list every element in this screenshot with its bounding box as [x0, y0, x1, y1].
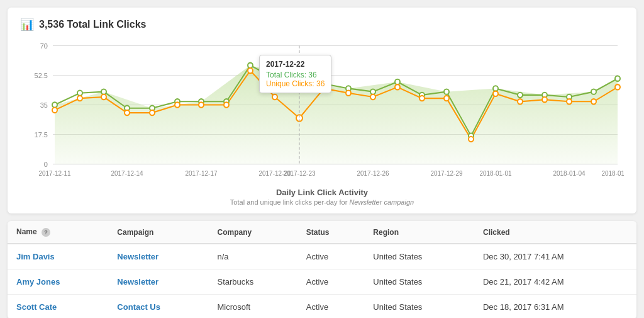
svg-point-33 — [591, 89, 596, 94]
svg-text:2018-01-04: 2018-01-04 — [553, 170, 585, 177]
svg-point-56 — [567, 99, 572, 104]
cell-campaign: Newsletter — [108, 270, 208, 295]
col-header-region: Region — [364, 221, 474, 244]
svg-point-27 — [444, 89, 449, 94]
col-header-campaign: Campaign — [108, 221, 208, 244]
name-link[interactable]: Jim Davis — [16, 252, 55, 261]
svg-text:2018-01-01: 2018-01-01 — [479, 170, 511, 177]
svg-point-12 — [77, 91, 82, 96]
chart-title: 3,536 Total Link Clicks — [39, 19, 146, 30]
svg-point-55 — [542, 97, 547, 102]
chart-labels-bottom: Daily Link Click Activity Total and uniq… — [20, 188, 624, 206]
col-header-name: Name ? — [8, 221, 108, 244]
svg-point-24 — [370, 89, 375, 94]
data-table: Name ? Campaign Company Status Region Cl… — [8, 221, 636, 318]
svg-point-40 — [175, 102, 180, 107]
svg-text:70: 70 — [40, 42, 48, 49]
table-row: Amy JonesNewsletterStarbucksActiveUnited… — [8, 270, 636, 295]
svg-text:2018-01-07: 2018-01-07 — [601, 170, 624, 177]
name-link[interactable]: Amy Jones — [16, 277, 60, 287]
svg-text:17.5: 17.5 — [35, 131, 48, 139]
svg-point-25 — [395, 79, 400, 84]
col-header-company: Company — [208, 221, 297, 244]
name-sort-icon[interactable]: ? — [42, 228, 50, 237]
svg-point-36 — [77, 96, 82, 101]
svg-point-57 — [591, 99, 596, 104]
cell-name: Jim Davis — [8, 244, 108, 270]
chart-title-row: 📊 3,536 Total Link Clicks — [20, 18, 624, 31]
svg-point-42 — [224, 102, 229, 107]
svg-point-46 — [321, 86, 326, 91]
svg-point-29 — [493, 86, 498, 91]
svg-point-53 — [493, 91, 498, 96]
svg-text:2017-12-14: 2017-12-14 — [111, 170, 143, 177]
cell-company: n/a — [208, 244, 297, 270]
svg-point-13 — [101, 89, 106, 94]
svg-point-39 — [150, 110, 155, 115]
cell-name: Scott Cate — [8, 295, 108, 319]
svg-marker-10 — [55, 65, 618, 164]
chart-card: 📊 3,536 Total Link Clicks 70 52.5 35 17.… — [8, 8, 636, 213]
svg-point-19 — [248, 63, 253, 68]
svg-text:0: 0 — [44, 161, 48, 168]
svg-point-51 — [444, 96, 449, 101]
svg-point-38 — [125, 110, 130, 115]
svg-point-49 — [395, 84, 400, 89]
cell-company: Starbucks — [208, 270, 297, 295]
chart-sub-label: Total and unique link clicks per-day for… — [20, 198, 624, 206]
cell-region: United States — [364, 295, 474, 319]
svg-text:52.5: 52.5 — [35, 71, 48, 79]
svg-point-54 — [518, 99, 523, 104]
campaign-link[interactable]: Newsletter — [117, 252, 158, 261]
cell-clicked: Dec 30, 2017 7:41 AM — [474, 244, 636, 270]
cell-region: United States — [364, 270, 474, 295]
svg-point-20 — [272, 76, 277, 81]
svg-point-34 — [615, 76, 620, 81]
campaign-link[interactable]: Contact Us — [117, 302, 160, 312]
cell-name: Amy Jones — [8, 270, 108, 295]
svg-point-35 — [52, 108, 57, 113]
col-header-status: Status — [297, 221, 365, 244]
table-row: Jim DavisNewslettern/aActiveUnited State… — [8, 244, 636, 270]
svg-point-48 — [370, 94, 375, 99]
svg-point-41 — [199, 102, 204, 107]
cell-status: Active — [297, 244, 365, 270]
svg-point-47 — [346, 91, 351, 96]
cell-campaign: Newsletter — [108, 244, 208, 270]
svg-text:2017-12-23: 2017-12-23 — [283, 170, 315, 177]
svg-point-44 — [272, 94, 277, 99]
name-link[interactable]: Scott Cate — [16, 302, 57, 312]
bar-chart-icon: 📊 — [20, 18, 34, 31]
svg-point-30 — [518, 93, 523, 98]
svg-text:2017-12-11: 2017-12-11 — [38, 170, 70, 177]
campaign-link[interactable]: Newsletter — [117, 277, 158, 287]
table-header-row: Name ? Campaign Company Status Region Cl… — [8, 221, 636, 244]
svg-text:35: 35 — [40, 101, 48, 109]
cell-status: Active — [297, 295, 365, 319]
chart-sub-label-text: Total and unique link clicks per-day for — [230, 198, 350, 206]
table-row: Scott CateContact UsMicrosoftActiveUnite… — [8, 295, 636, 319]
svg-text:2017-12-29: 2017-12-29 — [430, 170, 462, 177]
svg-point-58 — [615, 84, 620, 89]
cell-company: Microsoft — [208, 295, 297, 319]
svg-text:2017-12-17: 2017-12-17 — [185, 170, 217, 177]
svg-point-43 — [248, 68, 253, 73]
svg-point-50 — [419, 96, 425, 101]
cell-clicked: Dec 21, 2017 4:42 AM — [474, 270, 636, 295]
chart-sub-label-italic: Newsletter campaign — [349, 198, 414, 206]
table-card: Name ? Campaign Company Status Region Cl… — [8, 221, 636, 318]
cell-campaign: Contact Us — [108, 295, 208, 319]
svg-point-52 — [469, 137, 474, 142]
cell-clicked: Dec 18, 2017 6:31 AM — [474, 295, 636, 319]
chart-svg: 70 52.5 35 17.5 0 — [20, 39, 624, 184]
cell-status: Active — [297, 270, 365, 295]
svg-point-11 — [52, 102, 57, 107]
col-header-clicked: Clicked — [474, 221, 636, 244]
chart-main-label: Daily Link Click Activity — [20, 188, 624, 197]
chart-area: 70 52.5 35 17.5 0 — [20, 39, 624, 184]
svg-text:2017-12-26: 2017-12-26 — [357, 170, 389, 177]
cell-region: United States — [364, 244, 474, 270]
svg-point-37 — [101, 94, 106, 99]
